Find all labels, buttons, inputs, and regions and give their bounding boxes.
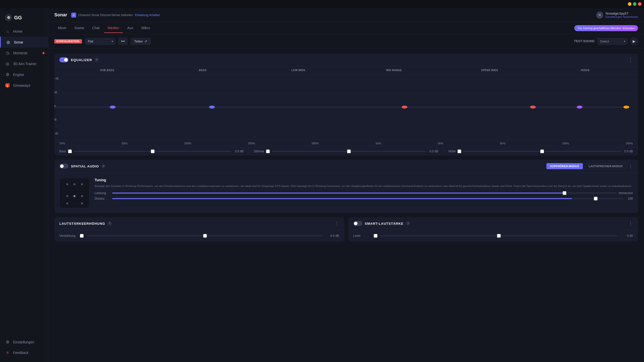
verstarkung-value: 0.0 dB xyxy=(327,234,339,238)
eq-band-label-5: HIGHS xyxy=(537,69,633,72)
eq-band-name-bass: Bass xyxy=(59,150,66,153)
config-more-button[interactable]: ••• xyxy=(118,38,128,45)
verstarkung-slider[interactable] xyxy=(87,235,324,236)
eq-curve-svg xyxy=(54,74,638,140)
eq-band-label-1: BASS xyxy=(155,69,251,72)
spatial-distanz-row: Distanz 100 xyxy=(95,197,633,200)
sidebar-item-sonar-label: Sonar xyxy=(14,40,23,44)
spatial-leistung-slider[interactable] xyxy=(112,193,616,194)
eq-band-label-4: UPPER MIDS xyxy=(442,69,537,72)
smart-lautstarke-more-button[interactable]: ⋮ xyxy=(628,221,633,226)
sidebar-item-3d-aim[interactable]: ◎ 3D Aim Trainer xyxy=(0,58,48,69)
test-sound-select[interactable]: Select xyxy=(597,38,627,45)
eq-point-2 xyxy=(401,106,407,109)
sidebar-item-feedback[interactable]: ≡ Feedback xyxy=(0,347,48,358)
sidebar-item-giveaways[interactable]: 🎁 Giveaways xyxy=(0,80,48,91)
moments-icon: ◷ xyxy=(5,51,10,55)
tab-aux[interactable]: Aux xyxy=(124,23,137,33)
eq-freq-1khz: 1kHz xyxy=(375,142,381,145)
spatial-dot-tr xyxy=(81,183,83,185)
level-row: Level 0.00 xyxy=(353,234,633,238)
spatial-audio-info-icon[interactable]: ? xyxy=(101,164,105,168)
config-bar: KONFIGURATION: Flat ••• Teilen ↗ TEST-SO… xyxy=(48,34,644,49)
spatial-body: Tuning Bewege den Schieber in Richtung P… xyxy=(54,173,638,213)
smart-lautstarke-title: SMART-LAUTSTÄRKE xyxy=(365,222,404,225)
verstarkung-label: Verstärkung xyxy=(59,234,77,238)
play-icon: ▶ xyxy=(633,39,635,43)
equalizer-more-button[interactable]: ⋮ xyxy=(628,57,633,63)
user-name: NostalgicSpy57 xyxy=(606,12,638,15)
sidebar-item-settings[interactable]: ⚙ Einstellungen xyxy=(0,337,48,347)
lautstarke-header: LAUTSTÄRKEERHÖHUNG ? ⋮ xyxy=(54,217,344,230)
close-button[interactable] xyxy=(638,2,641,6)
promo-badge[interactable]: Für Gaming geschaffenes Mikrofon Erkunde… xyxy=(574,25,638,31)
discord-icon: D xyxy=(71,13,76,18)
equalizer-header: EQUALIZER ? ⋮ xyxy=(54,54,638,66)
home-icon: ⌂ xyxy=(5,29,10,34)
discord-link[interactable]: Einladung erhalten xyxy=(135,13,160,17)
spatial-audio-header-right: KOPFHÖRER-MODUS LAUTSPRECHER-MODUS ⋮ xyxy=(546,163,633,169)
eq-freq-20khz: 20kHz xyxy=(626,142,633,145)
test-sound-select-wrapper: Select xyxy=(597,38,627,45)
spatial-distanz-slider[interactable] xyxy=(112,198,623,199)
spatial-dot-mr xyxy=(81,195,83,197)
main-content: Sonar D Unserem Sonar Discord-Server bei… xyxy=(48,8,644,362)
logo-icon: ⚙ xyxy=(5,14,12,21)
eq-band-value-bass: 0.0 dB xyxy=(233,150,244,153)
preset-select[interactable]: Flat xyxy=(85,38,115,45)
eq-band-label-2: LOW MIDS xyxy=(251,69,346,72)
eq-band-slider-stimme[interactable] xyxy=(272,151,426,152)
eq-point-0 xyxy=(110,106,115,109)
smart-lautstarke-section: SMART-LAUTSTÄRKE ? ⋮ Level 0.00 xyxy=(348,217,638,242)
tab-chat[interactable]: Chat xyxy=(89,23,103,33)
sidebar-item-engine[interactable]: ⚙ Engine xyxy=(0,69,48,80)
user-settings-link[interactable]: Einstellungen Nutzerkonto xyxy=(606,15,638,18)
equalizer-info-icon[interactable]: ? xyxy=(95,58,99,62)
eq-freq-200hz: 200Hz xyxy=(248,142,255,145)
tab-game[interactable]: Game xyxy=(71,23,88,33)
share-button[interactable]: Teilen ↗ xyxy=(131,38,151,45)
eq-freq-2khz: 2kHz xyxy=(438,142,444,145)
tab-medien[interactable]: Medien xyxy=(104,23,123,33)
spatial-more-button[interactable]: ⋮ xyxy=(628,163,633,169)
smart-toggle-slider xyxy=(353,221,362,226)
lautstarke-more-button[interactable]: ⋮ xyxy=(335,221,339,226)
smart-lautstarke-toggle[interactable] xyxy=(353,221,362,226)
smart-lautstarke-info-icon[interactable]: ? xyxy=(406,221,410,225)
user-info: NostalgicSpy57 Einstellungen Nutzerkonto xyxy=(606,12,638,18)
eq-band-slider-hoehe[interactable] xyxy=(463,151,621,152)
tab-mikro[interactable]: Mikro xyxy=(138,23,153,33)
config-label: KONFIGURATION: xyxy=(54,39,82,43)
eq-freq-20hz: 20Hz xyxy=(59,142,65,145)
discord-text: Unserem Sonar Discord-Server beitreten xyxy=(78,13,133,17)
eq-band-name-stimme: Stimme xyxy=(254,150,264,153)
sidebar-item-sonar[interactable]: ◎ Sonar xyxy=(0,37,48,48)
spatial-leistung-row: Leistung Immersion xyxy=(95,191,633,195)
tab-mixer[interactable]: Mixer xyxy=(54,23,70,33)
content-area: EQUALIZER ? ⋮ SUB BASS BASS LOW MIDS MID… xyxy=(48,49,644,247)
equalizer-container: SUB BASS BASS LOW MIDS MID RANGE UPPER M… xyxy=(54,66,638,156)
lautsprecher-mode-button[interactable]: LAUTSPRECHER-MODUS xyxy=(585,163,626,169)
eq-band-ctrl-hoehe: Höhe 0.0 dB xyxy=(444,147,638,156)
equalizer-toggle[interactable] xyxy=(59,57,68,62)
lautstarke-info-icon[interactable]: ? xyxy=(108,221,112,225)
play-button[interactable]: ▶ xyxy=(630,37,638,45)
eq-point-5 xyxy=(623,106,629,109)
sidebar-item-home[interactable]: ⌂ Home xyxy=(0,26,48,37)
spatial-leistung-label: Leistung xyxy=(95,191,110,195)
eq-band-value-stimme: 0.0 dB xyxy=(428,150,438,153)
eq-band-slider-bass[interactable] xyxy=(74,151,232,152)
level-thumb xyxy=(374,234,377,238)
sidebar-item-moments[interactable]: ◷ Moments xyxy=(0,48,48,58)
share-label: Teilen xyxy=(134,39,143,43)
kopfhoerer-mode-button[interactable]: KOPFHÖRER-MODUS xyxy=(546,163,583,169)
minimize-button[interactable] xyxy=(628,2,631,6)
maximize-button[interactable] xyxy=(633,2,636,6)
share-icon: ↗ xyxy=(144,39,147,43)
level-slider[interactable] xyxy=(380,235,617,236)
topbar-right: N NostalgicSpy57 Einstellungen Nutzerkon… xyxy=(596,12,638,19)
level-value: 0.00 xyxy=(620,234,633,238)
smart-lautstarke-header: SMART-LAUTSTÄRKE ? ⋮ xyxy=(348,217,638,230)
eq-band-thumb-bass xyxy=(68,150,72,153)
spatial-audio-toggle[interactable] xyxy=(59,164,68,169)
